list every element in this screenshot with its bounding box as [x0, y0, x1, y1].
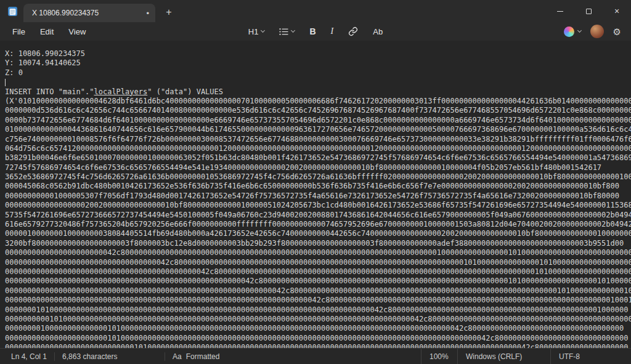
menu-edit[interactable]: Edit: [33, 25, 61, 39]
close-button[interactable]: ×: [603, 0, 631, 22]
line-ending[interactable]: Windows (CRLF): [457, 349, 550, 364]
hex-line: b38291b00046e6f6e65010007000000010000006…: [5, 153, 631, 163]
bold-button[interactable]: B: [304, 25, 321, 38]
menu-bar: FileEditView: [0, 25, 243, 39]
hex-line: 72745f57686974654c6f6e67536c656576655449…: [5, 163, 631, 172]
maximize-button[interactable]: [574, 0, 603, 22]
hex-line: 0000000010000000000000010100000000000000…: [5, 324, 631, 333]
titlebar: X 10806.990234375 • + ×: [0, 0, 631, 22]
tab-title: X 10806.990234375: [32, 9, 141, 17]
minimize-icon: [557, 11, 563, 12]
clear-formatting-button[interactable]: Ab: [367, 25, 388, 38]
hex-line: 0000000d536d616c6c42656c744c656674014008…: [5, 106, 631, 115]
cursor-position: Ln 4, Col 1: [0, 352, 54, 361]
sql-prefix: INSERT INTO "main".": [5, 87, 94, 96]
clear-formatting-label: Ab: [373, 27, 383, 36]
hex-line: 3652e53686972745f4c756d6265726a61636b000…: [5, 172, 631, 182]
right-tools: ⚙: [388, 25, 631, 38]
hex-line: 3200bf8000000000000000000003f8000003bc12…: [5, 239, 631, 248]
link-button[interactable]: [343, 25, 364, 38]
copilot-icon: [564, 26, 574, 37]
menu-toolbar-row: FileEditView H1 B I: [0, 22, 631, 41]
character-count: 6,863 characters: [55, 352, 165, 361]
hex-line: 0000000000000000000000000000000000000000…: [5, 286, 631, 296]
hex-line: 00000000000000000020020000000000000010bf…: [5, 201, 631, 210]
hex-line: 0000000000000000000000000000000000000000…: [5, 296, 631, 305]
hex-line: 000045068c0562b91dbc480b0010426173652e53…: [5, 182, 631, 191]
hex-line: 000000000001000005307f7056df1793d480d001…: [5, 192, 631, 201]
hex-line: 0000000000000000000000000000000000042c80…: [5, 258, 631, 267]
list-icon: [279, 28, 288, 36]
text-cursor: [5, 79, 6, 86]
window-controls: ×: [546, 0, 631, 22]
menu-view[interactable]: View: [61, 25, 93, 39]
caret-line: [5, 78, 631, 87]
editor-line: X: 10806.990234375: [5, 49, 631, 59]
bold-label: B: [309, 26, 316, 36]
hex-line: 0000000000000000000000000000000000000000…: [5, 267, 631, 277]
copilot-button[interactable]: [564, 26, 581, 37]
encoding[interactable]: UTF-8: [550, 349, 631, 364]
minimize-button[interactable]: [546, 0, 574, 22]
editor-line: Y: 10074.94140625: [5, 59, 631, 68]
hex-line: 0000000000101000000000000000000000000000…: [5, 315, 631, 324]
hex-line: (X'0101000000000000004628dbf6461d6bc4000…: [5, 97, 631, 106]
notepad-window: X 10806.990234375 • + × FileEditView H1: [0, 0, 631, 364]
zoom-level[interactable]: 100%: [421, 349, 457, 364]
hex-line: 0000000000000000000000010100000000000000…: [5, 334, 631, 343]
hex-line: 0100000000000004436861640744656c616e6579…: [5, 125, 631, 134]
hex-blob: (X'0101000000000000004628dbf6461d6bc4000…: [5, 97, 631, 348]
menu-file[interactable]: File: [5, 25, 33, 39]
sql-suffix: " ("data") VALUES: [147, 87, 223, 96]
settings-button[interactable]: ⚙: [613, 27, 621, 36]
hex-line: 0000b737472656e6774684d6f640100000000000…: [5, 116, 631, 125]
chevron-down-icon: [291, 28, 295, 33]
formatting-icon: Aa: [173, 352, 182, 361]
notepad-app-icon: [7, 6, 18, 17]
editor-line: Z: 0: [5, 68, 631, 78]
hex-line: c756e740000000010008576f6f64776f726b0000…: [5, 135, 631, 144]
italic-label: I: [331, 26, 334, 36]
hex-line: 5735f547261696e657273666572737454494e545…: [5, 211, 631, 220]
new-tab-button[interactable]: +: [160, 4, 177, 20]
plain-lines: X: 10806.990234375Y: 10074.94140625Z: 0: [5, 49, 631, 78]
gear-icon: ⚙: [613, 26, 621, 37]
formatting-toggle[interactable]: Aa Formatted: [165, 352, 227, 361]
hex-line: 000001000000010000000038084405514fb69d48…: [5, 229, 631, 238]
heading-button[interactable]: H1: [243, 25, 271, 38]
status-bar: Ln 4, Col 1 6,863 characters Aa Formatte…: [0, 348, 631, 364]
list-button[interactable]: [274, 26, 300, 38]
link-icon: [348, 26, 358, 36]
user-avatar[interactable]: [590, 25, 604, 38]
hex-line: 0000000000000000000000000000010100000000…: [5, 343, 631, 348]
unsaved-indicator-icon: •: [146, 9, 149, 17]
formatting-label: Formatted: [186, 352, 220, 361]
chevron-down-icon: [261, 28, 265, 33]
sql-line: INSERT INTO "main"."localPlayers" ("data…: [5, 87, 631, 97]
italic-button[interactable]: I: [325, 25, 340, 38]
hex-line: 0000000101000000000000000000000000000000…: [5, 305, 631, 315]
sql-table-link[interactable]: localPlayers: [94, 87, 148, 96]
tab-current-document[interactable]: X 10806.990234375 •: [23, 4, 155, 22]
maximize-icon: [586, 9, 592, 14]
hex-line: 0000000000000000000000000000000000000000…: [5, 277, 631, 286]
hex-line: 064d756c6c657412000000000000000000000000…: [5, 144, 631, 153]
editor[interactable]: X: 10806.990234375Y: 10074.94140625Z: 0 …: [0, 41, 631, 348]
hex-line: 0000000000000000000000042c80000000000000…: [5, 248, 631, 257]
format-toolbar: H1 B I: [243, 25, 388, 38]
chevron-down-icon: [577, 28, 582, 33]
heading-label: H1: [248, 27, 259, 36]
hex-line: 616e6579277320486f757365204b657920256e66…: [5, 220, 631, 229]
